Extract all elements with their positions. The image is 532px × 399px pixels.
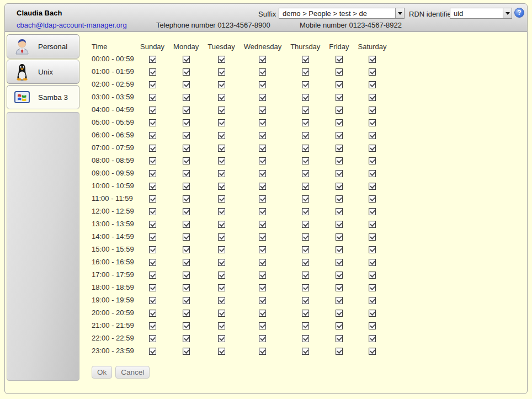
- hour-checkbox[interactable]: [149, 132, 156, 139]
- hour-checkbox[interactable]: [336, 272, 343, 279]
- hour-checkbox[interactable]: [302, 81, 309, 88]
- hour-checkbox[interactable]: [336, 221, 343, 228]
- hour-checkbox[interactable]: [259, 132, 266, 139]
- hour-checkbox[interactable]: [259, 56, 266, 63]
- hour-checkbox[interactable]: [369, 259, 376, 266]
- hour-checkbox[interactable]: [302, 94, 309, 101]
- hour-checkbox[interactable]: [183, 195, 190, 203]
- hour-checkbox[interactable]: [336, 170, 343, 177]
- hour-checkbox[interactable]: [336, 81, 343, 88]
- hour-checkbox[interactable]: [336, 94, 343, 101]
- hour-checkbox[interactable]: [369, 195, 376, 203]
- hour-checkbox[interactable]: [302, 322, 309, 329]
- hour-checkbox[interactable]: [149, 81, 156, 88]
- hour-checkbox[interactable]: [183, 297, 190, 304]
- hour-checkbox[interactable]: [369, 246, 376, 253]
- hour-checkbox[interactable]: [302, 272, 309, 279]
- hour-checkbox[interactable]: [336, 284, 343, 291]
- hour-checkbox[interactable]: [183, 94, 190, 101]
- hour-checkbox[interactable]: [259, 157, 266, 164]
- hour-checkbox[interactable]: [259, 310, 266, 317]
- hour-checkbox[interactable]: [149, 322, 156, 329]
- hour-checkbox[interactable]: [149, 221, 156, 228]
- hour-checkbox[interactable]: [369, 183, 376, 190]
- hour-checkbox[interactable]: [183, 107, 190, 114]
- hour-checkbox[interactable]: [149, 170, 156, 177]
- hour-checkbox[interactable]: [149, 335, 156, 342]
- suffix-select[interactable]: demo > People > test > de: [279, 8, 405, 19]
- hour-checkbox[interactable]: [302, 157, 309, 164]
- hour-checkbox[interactable]: [259, 183, 266, 190]
- rdn-identifier-select[interactable]: uid: [450, 8, 512, 19]
- hour-checkbox[interactable]: [259, 119, 266, 126]
- hour-checkbox[interactable]: [369, 272, 376, 279]
- hour-checkbox[interactable]: [369, 119, 376, 126]
- chevron-down-icon[interactable]: [503, 8, 512, 18]
- hour-checkbox[interactable]: [302, 208, 309, 215]
- hour-checkbox[interactable]: [218, 68, 225, 76]
- hour-checkbox[interactable]: [302, 107, 309, 114]
- hour-checkbox[interactable]: [336, 68, 343, 76]
- hour-checkbox[interactable]: [218, 56, 225, 63]
- hour-checkbox[interactable]: [218, 246, 225, 253]
- cancel-button[interactable]: Cancel: [115, 366, 150, 379]
- hour-checkbox[interactable]: [183, 246, 190, 253]
- hour-checkbox[interactable]: [218, 132, 225, 139]
- hour-checkbox[interactable]: [218, 233, 225, 241]
- hour-checkbox[interactable]: [149, 94, 156, 101]
- hour-checkbox[interactable]: [369, 284, 376, 291]
- hour-checkbox[interactable]: [302, 183, 309, 190]
- hour-checkbox[interactable]: [218, 157, 225, 164]
- hour-checkbox[interactable]: [259, 322, 266, 329]
- hour-checkbox[interactable]: [149, 233, 156, 241]
- hour-checkbox[interactable]: [218, 221, 225, 228]
- hour-checkbox[interactable]: [259, 297, 266, 304]
- chevron-down-icon[interactable]: [395, 8, 404, 18]
- hour-checkbox[interactable]: [218, 170, 225, 177]
- hour-checkbox[interactable]: [183, 119, 190, 126]
- hour-checkbox[interactable]: [369, 221, 376, 228]
- hour-checkbox[interactable]: [259, 221, 266, 228]
- hour-checkbox[interactable]: [183, 170, 190, 177]
- hour-checkbox[interactable]: [149, 119, 156, 126]
- hour-checkbox[interactable]: [183, 145, 190, 152]
- hour-checkbox[interactable]: [149, 183, 156, 190]
- hour-checkbox[interactable]: [336, 208, 343, 215]
- hour-checkbox[interactable]: [302, 170, 309, 177]
- hour-checkbox[interactable]: [218, 183, 225, 190]
- hour-checkbox[interactable]: [183, 208, 190, 215]
- hour-checkbox[interactable]: [149, 107, 156, 114]
- hour-checkbox[interactable]: [336, 297, 343, 304]
- hour-checkbox[interactable]: [218, 94, 225, 101]
- hour-checkbox[interactable]: [259, 195, 266, 203]
- hour-checkbox[interactable]: [259, 246, 266, 253]
- hour-checkbox[interactable]: [149, 68, 156, 76]
- hour-checkbox[interactable]: [183, 183, 190, 190]
- hour-checkbox[interactable]: [259, 259, 266, 266]
- hour-checkbox[interactable]: [336, 119, 343, 126]
- hour-checkbox[interactable]: [183, 335, 190, 342]
- hour-checkbox[interactable]: [183, 81, 190, 88]
- hour-checkbox[interactable]: [302, 145, 309, 152]
- tab-samba3[interactable]: Samba 3: [7, 85, 79, 109]
- hour-checkbox[interactable]: [369, 157, 376, 164]
- hour-checkbox[interactable]: [369, 322, 376, 329]
- hour-checkbox[interactable]: [149, 259, 156, 266]
- hour-checkbox[interactable]: [259, 233, 266, 241]
- hour-checkbox[interactable]: [218, 284, 225, 291]
- hour-checkbox[interactable]: [149, 56, 156, 63]
- hour-checkbox[interactable]: [259, 81, 266, 88]
- hour-checkbox[interactable]: [183, 157, 190, 164]
- help-icon[interactable]: ?: [514, 8, 524, 18]
- hour-checkbox[interactable]: [369, 170, 376, 177]
- hour-checkbox[interactable]: [369, 348, 376, 355]
- hour-checkbox[interactable]: [149, 284, 156, 291]
- hour-checkbox[interactable]: [183, 259, 190, 266]
- hour-checkbox[interactable]: [183, 56, 190, 63]
- hour-checkbox[interactable]: [218, 145, 225, 152]
- hour-checkbox[interactable]: [183, 348, 190, 355]
- hour-checkbox[interactable]: [369, 335, 376, 342]
- hour-checkbox[interactable]: [183, 221, 190, 228]
- hour-checkbox[interactable]: [259, 272, 266, 279]
- hour-checkbox[interactable]: [149, 157, 156, 164]
